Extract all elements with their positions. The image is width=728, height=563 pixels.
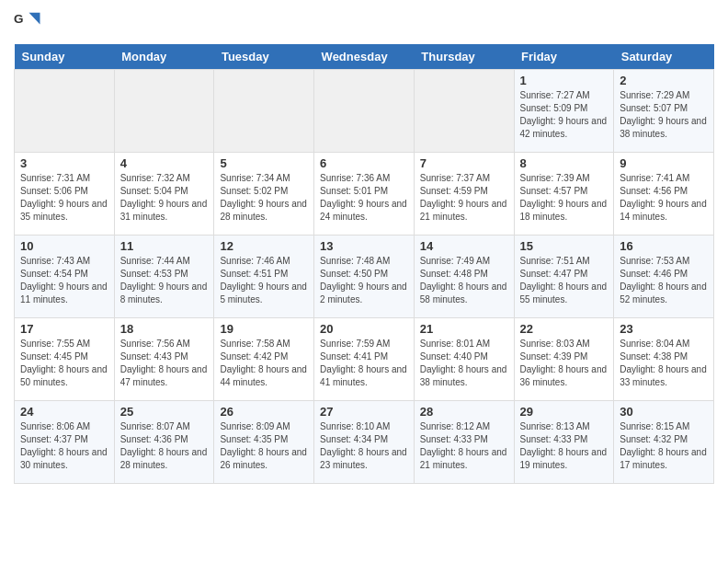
day-info: Sunrise: 7:51 AM Sunset: 4:47 PM Dayligh… (520, 255, 609, 306)
day-info: Sunrise: 7:34 AM Sunset: 5:02 PM Dayligh… (220, 172, 308, 224)
day-number: 16 (620, 239, 708, 253)
calendar-week-5: 24Sunrise: 8:06 AM Sunset: 4:37 PM Dayli… (15, 401, 714, 484)
calendar-week-1: 1Sunrise: 7:27 AM Sunset: 5:09 PM Daylig… (15, 70, 714, 153)
day-number: 24 (20, 405, 108, 419)
page-container: G SundayMondayTuesdayWednesdayThursdayFr… (0, 0, 728, 493)
day-info: Sunrise: 7:48 AM Sunset: 4:50 PM Dayligh… (320, 255, 408, 306)
day-info: Sunrise: 7:36 AM Sunset: 5:01 PM Dayligh… (320, 172, 408, 224)
day-info: Sunrise: 7:55 AM Sunset: 4:45 PM Dayligh… (20, 338, 108, 389)
calendar-cell: 7Sunrise: 7:37 AM Sunset: 4:59 PM Daylig… (414, 153, 514, 236)
calendar-cell: 12Sunrise: 7:46 AM Sunset: 4:51 PM Dayli… (214, 236, 314, 318)
calendar-cell: 6Sunrise: 7:36 AM Sunset: 5:01 PM Daylig… (314, 153, 415, 236)
dow-thursday: Thursday (414, 44, 514, 70)
calendar-cell (214, 70, 314, 153)
day-info: Sunrise: 7:59 AM Sunset: 4:41 PM Dayligh… (320, 338, 408, 389)
day-info: Sunrise: 8:04 AM Sunset: 4:38 PM Dayligh… (620, 338, 708, 389)
svg-marker-1 (29, 13, 40, 25)
day-number: 29 (520, 405, 609, 419)
day-info: Sunrise: 7:41 AM Sunset: 4:56 PM Dayligh… (620, 172, 708, 224)
calendar-cell: 17Sunrise: 7:55 AM Sunset: 4:45 PM Dayli… (15, 318, 115, 401)
calendar-week-3: 10Sunrise: 7:43 AM Sunset: 4:54 PM Dayli… (15, 236, 714, 318)
calendar-cell: 10Sunrise: 7:43 AM Sunset: 4:54 PM Dayli… (15, 236, 115, 318)
dow-sunday: Sunday (15, 44, 115, 70)
day-number: 7 (420, 156, 508, 170)
day-info: Sunrise: 7:46 AM Sunset: 4:51 PM Dayligh… (220, 255, 308, 306)
calendar-cell: 5Sunrise: 7:34 AM Sunset: 5:02 PM Daylig… (214, 153, 314, 236)
calendar-cell: 30Sunrise: 8:15 AM Sunset: 4:32 PM Dayli… (614, 401, 714, 484)
day-number: 30 (620, 405, 708, 419)
logo: G (14, 9, 45, 37)
day-number: 8 (520, 156, 609, 170)
day-info: Sunrise: 7:37 AM Sunset: 4:59 PM Dayligh… (420, 172, 508, 224)
calendar-cell: 21Sunrise: 8:01 AM Sunset: 4:40 PM Dayli… (414, 318, 514, 401)
day-info: Sunrise: 7:39 AM Sunset: 4:57 PM Dayligh… (520, 172, 609, 224)
day-number: 11 (120, 239, 209, 253)
day-info: Sunrise: 8:03 AM Sunset: 4:39 PM Dayligh… (520, 338, 609, 389)
calendar-cell: 13Sunrise: 7:48 AM Sunset: 4:50 PM Dayli… (314, 236, 415, 318)
calendar-cell: 11Sunrise: 7:44 AM Sunset: 4:53 PM Dayli… (114, 236, 214, 318)
day-info: Sunrise: 7:53 AM Sunset: 4:46 PM Dayligh… (620, 255, 708, 306)
calendar-cell: 3Sunrise: 7:31 AM Sunset: 5:06 PM Daylig… (15, 153, 115, 236)
calendar-cell: 8Sunrise: 7:39 AM Sunset: 4:57 PM Daylig… (514, 153, 614, 236)
calendar-cell (15, 70, 115, 153)
day-number: 27 (320, 405, 408, 419)
day-info: Sunrise: 7:32 AM Sunset: 5:04 PM Dayligh… (120, 172, 209, 224)
day-info: Sunrise: 7:58 AM Sunset: 4:42 PM Dayligh… (220, 338, 308, 389)
calendar-cell: 22Sunrise: 8:03 AM Sunset: 4:39 PM Dayli… (514, 318, 614, 401)
day-info: Sunrise: 8:12 AM Sunset: 4:33 PM Dayligh… (420, 420, 508, 472)
day-info: Sunrise: 7:44 AM Sunset: 4:53 PM Dayligh… (120, 255, 209, 306)
calendar-cell: 25Sunrise: 8:07 AM Sunset: 4:36 PM Dayli… (114, 401, 214, 484)
day-info: Sunrise: 8:13 AM Sunset: 4:33 PM Dayligh… (520, 420, 609, 472)
day-number: 26 (220, 405, 308, 419)
day-number: 19 (220, 322, 308, 336)
calendar-cell: 14Sunrise: 7:49 AM Sunset: 4:48 PM Dayli… (414, 236, 514, 318)
day-number: 13 (320, 239, 408, 253)
day-info: Sunrise: 7:56 AM Sunset: 4:43 PM Dayligh… (120, 338, 209, 389)
day-info: Sunrise: 8:10 AM Sunset: 4:34 PM Dayligh… (320, 420, 408, 472)
day-info: Sunrise: 8:01 AM Sunset: 4:40 PM Dayligh… (420, 338, 508, 389)
day-number: 25 (120, 405, 209, 419)
calendar-cell (314, 70, 415, 153)
day-info: Sunrise: 8:15 AM Sunset: 4:32 PM Dayligh… (620, 420, 708, 472)
calendar-cell: 19Sunrise: 7:58 AM Sunset: 4:42 PM Dayli… (214, 318, 314, 401)
calendar-cell: 16Sunrise: 7:53 AM Sunset: 4:46 PM Dayli… (614, 236, 714, 318)
day-number: 4 (120, 156, 209, 170)
day-number: 28 (420, 405, 508, 419)
day-number: 20 (320, 322, 408, 336)
calendar-cell: 4Sunrise: 7:32 AM Sunset: 5:04 PM Daylig… (114, 153, 214, 236)
day-number: 21 (420, 322, 508, 336)
day-info: Sunrise: 8:06 AM Sunset: 4:37 PM Dayligh… (20, 420, 108, 472)
calendar-week-4: 17Sunrise: 7:55 AM Sunset: 4:45 PM Dayli… (15, 318, 714, 401)
day-number: 14 (420, 239, 508, 253)
day-number: 23 (620, 322, 708, 336)
day-number: 9 (620, 156, 708, 170)
calendar-table: SundayMondayTuesdayWednesdayThursdayFrid… (14, 44, 714, 484)
day-info: Sunrise: 8:09 AM Sunset: 4:35 PM Dayligh… (220, 420, 308, 472)
calendar-cell (114, 70, 214, 153)
calendar-cell: 28Sunrise: 8:12 AM Sunset: 4:33 PM Dayli… (414, 401, 514, 484)
day-number: 5 (220, 156, 308, 170)
day-info: Sunrise: 7:31 AM Sunset: 5:06 PM Dayligh… (20, 172, 108, 224)
calendar-week-2: 3Sunrise: 7:31 AM Sunset: 5:06 PM Daylig… (15, 153, 714, 236)
day-info: Sunrise: 8:07 AM Sunset: 4:36 PM Dayligh… (120, 420, 209, 472)
calendar-cell: 2Sunrise: 7:29 AM Sunset: 5:07 PM Daylig… (614, 70, 714, 153)
day-number: 12 (220, 239, 308, 253)
calendar-cell: 1Sunrise: 7:27 AM Sunset: 5:09 PM Daylig… (514, 70, 614, 153)
calendar-cell: 24Sunrise: 8:06 AM Sunset: 4:37 PM Dayli… (15, 401, 115, 484)
svg-text:G: G (14, 12, 24, 26)
day-number: 3 (20, 156, 108, 170)
dow-wednesday: Wednesday (314, 44, 415, 70)
day-info: Sunrise: 7:43 AM Sunset: 4:54 PM Dayligh… (20, 255, 108, 306)
calendar-cell: 27Sunrise: 8:10 AM Sunset: 4:34 PM Dayli… (314, 401, 415, 484)
day-number: 15 (520, 239, 609, 253)
calendar-cell: 15Sunrise: 7:51 AM Sunset: 4:47 PM Dayli… (514, 236, 614, 318)
days-of-week-header: SundayMondayTuesdayWednesdayThursdayFrid… (15, 44, 714, 70)
calendar-cell: 9Sunrise: 7:41 AM Sunset: 4:56 PM Daylig… (614, 153, 714, 236)
day-number: 2 (620, 74, 708, 87)
day-number: 22 (520, 322, 609, 336)
day-number: 17 (20, 322, 108, 336)
calendar-cell: 18Sunrise: 7:56 AM Sunset: 4:43 PM Dayli… (114, 318, 214, 401)
calendar-cell: 23Sunrise: 8:04 AM Sunset: 4:38 PM Dayli… (614, 318, 714, 401)
calendar-body: 1Sunrise: 7:27 AM Sunset: 5:09 PM Daylig… (15, 70, 714, 484)
calendar-cell: 26Sunrise: 8:09 AM Sunset: 4:35 PM Dayli… (214, 401, 314, 484)
